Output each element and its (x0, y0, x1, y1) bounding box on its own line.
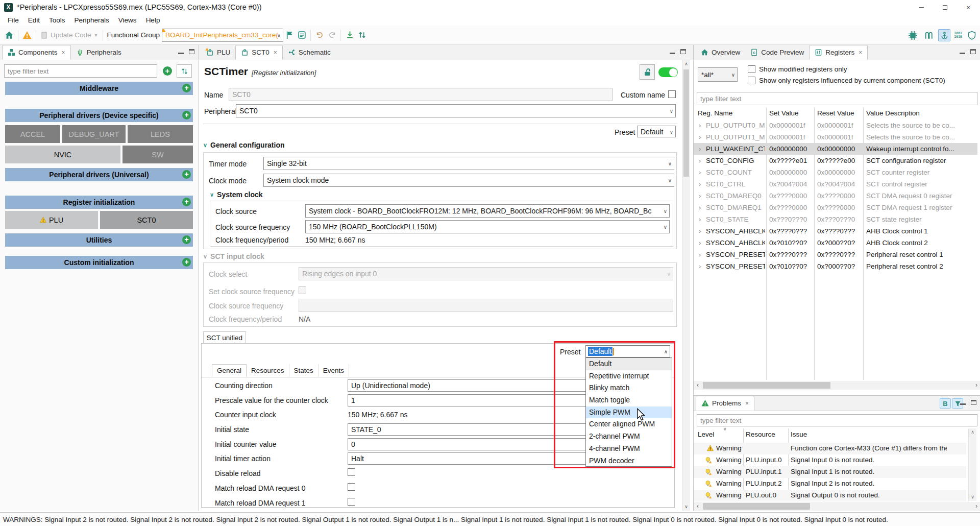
plus-icon[interactable]: + (182, 198, 191, 206)
expand-chevron-icon[interactable]: › (699, 180, 701, 188)
component-plu-button[interactable]: PLU (5, 211, 98, 229)
preset-option-blinky-match[interactable]: Blinky match (586, 382, 672, 394)
col-resource[interactable]: Resource (746, 431, 775, 438)
col-value-description[interactable]: Value Description (866, 109, 920, 117)
preset-option-match-toggle[interactable]: Match toggle (586, 394, 672, 407)
col-reg-name[interactable]: Reg. Name (698, 109, 732, 117)
expand-chevron-icon[interactable]: › (699, 227, 701, 235)
peripherals-tool-icon[interactable] (938, 29, 950, 41)
pins-tool-icon[interactable] (922, 29, 935, 41)
minimize-panel-icon[interactable] (960, 53, 965, 54)
plus-icon[interactable]: + (182, 170, 191, 179)
tab-registers[interactable]: Registers× (809, 45, 868, 60)
vertical-scrollbar[interactable]: ∧ ∨ (968, 428, 976, 501)
sort-components-button[interactable] (177, 64, 192, 78)
vertical-scrollbar[interactable]: ∧ ∨ (682, 60, 690, 511)
expand-chevron-icon[interactable]: › (699, 122, 701, 129)
register-row[interactable]: ›SCT0_DMAREQ10x????00000x????0000SCT DMA… (694, 202, 977, 213)
undo-icon[interactable] (313, 29, 326, 41)
match-reload-dma-request-0-checkbox[interactable] (348, 483, 355, 491)
tab-plu[interactable]: PLU (201, 45, 235, 60)
horizontal-scrollbar[interactable]: ‹ › (694, 381, 980, 390)
tab-code-preview[interactable]: c Code Preview (745, 45, 809, 60)
register-row[interactable]: ›SCT0_CTRL0x?004?0040x?004?004SCT contro… (694, 178, 977, 190)
plus-icon[interactable]: + (182, 111, 191, 119)
flag-icon[interactable] (283, 29, 296, 41)
clocks-tool-icon[interactable] (906, 29, 919, 41)
maximize-panel-icon[interactable] (189, 49, 194, 54)
disable-reload-checkbox[interactable] (348, 468, 355, 476)
section-custom-init[interactable]: Custom initialization + (5, 256, 193, 269)
register-row[interactable]: ›SCT0_COUNT0x000000000x00000000SCT count… (694, 166, 977, 178)
register-row[interactable]: ›PLU_OUTPUT0_MU0x0000001f0x0000001fSelec… (694, 119, 977, 131)
section-register-init[interactable]: Register initialization + (5, 196, 193, 209)
timer-mode-select[interactable]: Single 32-bit∨ (263, 157, 674, 170)
match-reload-dma-request-1-checkbox[interactable] (348, 498, 355, 506)
preset-option-simple-pwm[interactable]: Simple PWM (586, 407, 672, 419)
problems-filter-input[interactable] (697, 414, 977, 426)
clock-mode-select[interactable]: System clock mode∨ (263, 174, 674, 187)
expand-chevron-icon[interactable]: › (699, 157, 701, 164)
expand-chevron-icon[interactable]: › (699, 216, 701, 223)
minimize-panel-icon[interactable] (670, 53, 675, 54)
component-accel-button[interactable]: ACCEL (5, 125, 60, 143)
menu-file[interactable]: File (3, 16, 23, 24)
preset-option-center-aligned-pwm[interactable]: Center aligned PWM (586, 418, 672, 431)
expand-chevron-icon[interactable]: › (699, 192, 701, 200)
section-drivers-universal[interactable]: Peripheral drivers (Universal) + (5, 168, 193, 181)
peripheral-select[interactable]: SCT0∨ (236, 104, 676, 117)
enable-toggle[interactable] (658, 67, 678, 77)
expand-chevron-icon[interactable]: › (699, 204, 701, 211)
maximize-panel-icon[interactable] (970, 49, 976, 54)
minimize-panel-icon[interactable] (960, 403, 966, 405)
redo-icon[interactable] (326, 29, 338, 41)
show-modified-checkbox[interactable] (748, 65, 755, 73)
expand-chevron-icon[interactable]: › (699, 262, 701, 270)
name-field[interactable]: SCT0 (229, 88, 612, 101)
general-configuration-header[interactable]: ∨General configuration (203, 141, 285, 149)
maximize-button[interactable] (933, 0, 957, 14)
preset-select[interactable]: Default∨ (637, 126, 676, 137)
plus-icon[interactable]: + (182, 258, 191, 267)
register-row[interactable]: ›SYSCON_AHBCLKC0x?010??0?0x?000??0?AHB C… (694, 237, 977, 249)
problem-row[interactable]: WarningPLU.input.2Signal Input 2 is not … (694, 478, 966, 490)
expand-chevron-icon[interactable]: › (699, 133, 701, 141)
component-leds-button[interactable]: LEDS (128, 125, 193, 143)
register-row[interactable]: ›SYSCON_PRESETCT0x????0???0x????0???Peri… (694, 249, 977, 260)
plus-icon[interactable]: + (182, 235, 191, 244)
component-nvic-button[interactable]: NVIC (5, 146, 120, 163)
register-row[interactable]: ›PLU_OUTPUT1_MU0x0000001f0x0000001fSelec… (694, 131, 977, 143)
functional-group-select[interactable]: BOARD_InitPeripherals_cm33_core( ∨ (162, 29, 283, 42)
component-debug-uart-button[interactable]: DEBUG_UART (62, 125, 126, 143)
sct-input-clock-header[interactable]: ∨SCT input clock (203, 252, 264, 260)
import-icon[interactable] (344, 29, 356, 41)
tab-schematic[interactable]: Schematic (283, 45, 336, 60)
menu-help[interactable]: Help (141, 16, 165, 24)
register-scope-select[interactable]: *all*∨ (698, 67, 738, 82)
preset-option-2-channel-pwm[interactable]: 2-channel PWM (586, 431, 672, 443)
custom-name-checkbox[interactable] (668, 90, 676, 98)
preset-option-4-channel-pwm[interactable]: 4-channel PWM (586, 443, 672, 455)
minimize-button[interactable] (910, 0, 933, 14)
update-code-button[interactable]: Update Code ▼ (39, 31, 100, 39)
register-row[interactable]: ›PLU_WAKEINT_CTR0x000000000x00000000Wake… (694, 143, 977, 155)
tab-components[interactable]: Components× (2, 45, 71, 60)
problem-row[interactable]: WarningPLU.input.0Signal Input 0 is not … (694, 455, 966, 466)
expand-chevron-icon[interactable]: › (699, 239, 701, 247)
component-sw-button[interactable]: SW (122, 146, 193, 163)
register-row[interactable]: ›SYSCON_AHBCLKC0x????0???0x????0???AHB C… (694, 225, 977, 237)
menu-views[interactable]: Views (114, 16, 141, 24)
expand-chevron-icon[interactable]: › (699, 169, 701, 176)
menu-tools[interactable]: Tools (44, 16, 70, 24)
preset-option-pwm-decoder[interactable]: PWM decoder (586, 455, 672, 467)
menu-edit[interactable]: Edit (23, 16, 44, 24)
tab-general[interactable]: General (212, 364, 247, 377)
sort-icon[interactable] (356, 29, 368, 41)
component-sct0-button[interactable]: SCT0 (100, 211, 193, 229)
preset-option-repetitive-interrupt[interactable]: Repetitive interrupt (586, 370, 672, 382)
register-row[interactable]: ›SCT0_DMAREQ00x????00000x????0000SCT DMA… (694, 190, 977, 202)
horizontal-scrollbar[interactable]: ‹ › (694, 502, 980, 511)
tab-events[interactable]: Events (318, 364, 349, 377)
clock-source-select[interactable]: System clock - BOARD_BootClockFRO12M: 12… (305, 204, 670, 218)
tab-sct-unified[interactable]: SCT unified (203, 331, 246, 344)
